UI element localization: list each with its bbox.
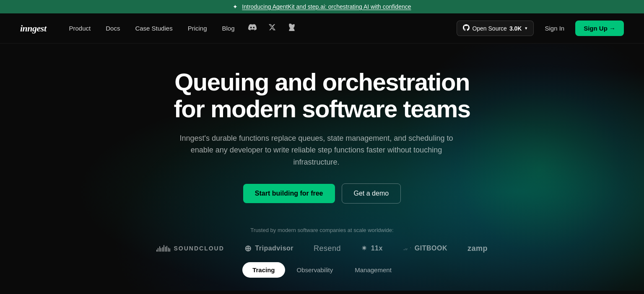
hero-subtitle: Inngest's durable functions replace queu… bbox=[174, 132, 459, 168]
star-count: 3.0K bbox=[509, 25, 522, 32]
sign-up-button[interactable]: Sign Up → bbox=[575, 21, 624, 36]
start-building-button[interactable]: Start building for free bbox=[243, 184, 335, 203]
11x-logo: ✴ 11x bbox=[361, 244, 383, 253]
announcement-link[interactable]: Introducing AgentKit and step.ai: orches… bbox=[242, 3, 411, 10]
open-source-button[interactable]: Open Source 3.0K ▾ bbox=[457, 21, 534, 36]
discord-icon[interactable] bbox=[244, 21, 261, 36]
github-icon bbox=[463, 24, 470, 32]
tab-tracing[interactable]: Tracing bbox=[242, 262, 285, 278]
gitbook-logo: GITBOOK bbox=[403, 243, 447, 254]
trusted-section: Trusted by modern software companies at … bbox=[156, 227, 488, 254]
soundcloud-logo: SOUNDCLOUD bbox=[156, 245, 224, 252]
hero-section: Queuing and orchestration for modern sof… bbox=[0, 44, 644, 291]
nav-product[interactable]: Product bbox=[63, 21, 97, 35]
hero-title: Queuing and orchestration for modern sof… bbox=[174, 69, 470, 122]
nav-links: Product Docs Case Studies Pricing Blog bbox=[63, 21, 457, 36]
x-twitter-icon[interactable] bbox=[264, 21, 280, 36]
zamp-text: zamp bbox=[467, 244, 488, 253]
tripadvisor-icon: ⊕ bbox=[244, 243, 252, 253]
tripadvisor-text: Tripadvisor bbox=[255, 245, 293, 252]
logos-row: SOUNDCLOUD ⊕ Tripadvisor Resend ✴ 11x bbox=[156, 243, 488, 254]
chevron-down-icon: ▾ bbox=[525, 26, 527, 31]
nav-pricing[interactable]: Pricing bbox=[182, 21, 213, 35]
tab-observability[interactable]: Observability bbox=[287, 262, 343, 278]
navbar: inngest Product Docs Case Studies Pricin… bbox=[0, 13, 644, 44]
nav-blog[interactable]: Blog bbox=[216, 21, 241, 35]
resend-text: Resend bbox=[314, 244, 341, 253]
gitbook-icon bbox=[403, 243, 411, 254]
hero-content: Queuing and orchestration for modern sof… bbox=[174, 69, 470, 227]
announcement-bar: ✦ Introducing AgentKit and step.ai: orch… bbox=[0, 0, 644, 13]
resend-logo: Resend bbox=[314, 244, 341, 253]
tripadvisor-logo: ⊕ Tripadvisor bbox=[244, 243, 293, 253]
11x-icon: ✴ bbox=[361, 244, 368, 253]
get-demo-button[interactable]: Get a demo bbox=[342, 183, 401, 204]
announcement-icon: ✦ bbox=[233, 3, 238, 10]
gitbook-text: GITBOOK bbox=[415, 245, 447, 252]
11x-text: 11x bbox=[371, 245, 383, 252]
sign-in-button[interactable]: Sign In bbox=[539, 21, 570, 35]
zamp-logo: zamp bbox=[467, 244, 488, 253]
logo[interactable]: inngest bbox=[20, 23, 47, 34]
nav-right: Open Source 3.0K ▾ Sign In Sign Up → bbox=[457, 21, 624, 36]
nav-docs[interactable]: Docs bbox=[100, 21, 126, 35]
tab-management[interactable]: Management bbox=[345, 262, 402, 278]
hero-buttons: Start building for free Get a demo bbox=[174, 183, 470, 204]
soundcloud-text: SOUNDCLOUD bbox=[174, 245, 224, 252]
trusted-label: Trusted by modern software companies at … bbox=[156, 227, 488, 233]
open-source-label: Open Source bbox=[472, 25, 507, 32]
bluesky-icon[interactable] bbox=[283, 21, 300, 36]
soundcloud-icon bbox=[156, 245, 171, 252]
nav-case-studies[interactable]: Case Studies bbox=[129, 21, 178, 35]
tabs-section: Tracing Observability Management bbox=[242, 254, 402, 282]
